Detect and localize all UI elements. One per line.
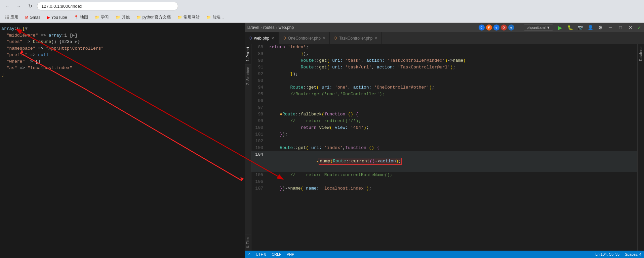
table-row: 90 Route::get( uri: 'task', action: 'Tas… — [251, 57, 637, 64]
maps-label: 地图 — [80, 14, 88, 20]
settings-button[interactable]: ⚙ — [596, 23, 604, 32]
breadcrumb-project: laravel — [247, 25, 259, 30]
frontend-label: 前端... — [212, 14, 224, 20]
common-label: 常用网站 — [184, 14, 200, 20]
table-row: 104 ●dump(Route::current()->action); — [251, 151, 637, 172]
line-code[interactable]: //Route::get('one','OneController'); — [267, 91, 637, 98]
address-bar[interactable] — [37, 2, 178, 10]
tab-close-web[interactable]: × — [271, 36, 274, 41]
output-line-4: "namespace" => "App\Http\Controllers" — [1, 45, 243, 52]
firefox-icon[interactable]: F — [486, 24, 492, 31]
tab-close-task[interactable]: × — [375, 36, 377, 41]
ie-icon[interactable]: e — [508, 24, 514, 31]
bookmark-youtube[interactable]: ▶ YouTube — [44, 14, 70, 20]
line-code[interactable]: })->name( name: 'localhost.index'); — [267, 185, 637, 192]
output-line-8: ] — [1, 71, 243, 78]
bookmark-common[interactable]: 📁 常用网站 — [175, 14, 202, 21]
profile-button[interactable]: 👤 — [586, 23, 594, 32]
line-code[interactable]: Route::get( uri: 'task/url', action: 'Ta… — [267, 64, 637, 71]
browser-chrome: ← → ↻ 应用 M Gmail ▶ — [0, 0, 644, 23]
chrome-icon[interactable]: C — [479, 24, 485, 31]
table-row: 89 }); — [251, 51, 637, 57]
opera-icon[interactable]: O — [501, 24, 507, 31]
code-area[interactable]: 88 return 'index'; 89 }); 90 — [251, 44, 637, 251]
output-line-5: "prefix" => null — [1, 52, 243, 58]
tab-icon-web: ⬡ — [249, 36, 252, 40]
line-code[interactable] — [267, 138, 637, 145]
address-input[interactable] — [41, 4, 174, 9]
line-code-highlighted[interactable]: ●dump(Route::current()->action); — [267, 151, 637, 172]
output-line-6: "where" => [] — [1, 58, 243, 65]
table-row: 94 Route::get( uri: 'one', action: 'OneC… — [251, 84, 637, 91]
line-code[interactable]: Route::get( uri: 'index',function () { — [267, 145, 637, 151]
panel-label-structure[interactable]: Z- Structure — [245, 64, 251, 88]
forward-button[interactable]: → — [14, 1, 24, 11]
maximize-button[interactable]: □ — [616, 23, 625, 32]
status-position: Ln 104, Col 35 — [596, 252, 620, 256]
status-checkmark: ✓ — [247, 252, 250, 257]
bookmark-study[interactable]: 📁 学习 — [92, 14, 112, 21]
line-code[interactable]: }); — [267, 71, 637, 78]
line-code[interactable]: return 'index'; — [267, 44, 637, 51]
line-code[interactable] — [267, 104, 637, 111]
breakpoint-icon: ● — [316, 160, 318, 163]
close-button[interactable]: ✕ — [627, 23, 635, 32]
coverage-button[interactable]: 📷 — [576, 23, 584, 32]
breadcrumb-routes: routes — [263, 25, 274, 30]
config-dropdown[interactable]: phpunit.xml ▼ — [524, 24, 553, 31]
tab-task-controller[interactable]: ⬡ TaskController.php × — [330, 32, 382, 44]
table-row: 95 //Route::get('one','OneController'); — [251, 91, 637, 98]
table-row: 88 return 'index'; — [251, 44, 637, 51]
table-row: 99 // return redirect('/'); — [251, 118, 637, 124]
bookmark-frontend[interactable]: 📁 前端... — [204, 14, 227, 21]
debug-button[interactable]: 🐛 — [566, 23, 574, 32]
line-code[interactable]: Route::get( uri: 'one', action: 'OneCont… — [267, 84, 637, 91]
status-eol[interactable]: CRLF — [272, 252, 281, 256]
table-row: 101 }); — [251, 131, 637, 138]
run-button[interactable]: ▶ — [556, 23, 564, 32]
bookmark-other[interactable]: 📁 其他 — [113, 14, 132, 21]
line-code[interactable]: return view( view: '404'); — [267, 124, 637, 131]
bookmark-gmail[interactable]: M Gmail — [23, 14, 43, 20]
database-panel-label[interactable]: Database — [638, 44, 644, 64]
line-code[interactable]: }); — [267, 131, 637, 138]
line-code[interactable]: ◆Route::fallback(function () { — [267, 111, 637, 118]
bookmarks-bar: 应用 M Gmail ▶ YouTube 📍 地图 📁 学习 📁 其他 📁 py… — [0, 12, 644, 23]
status-encoding[interactable]: UTF-8 — [256, 252, 266, 256]
apps-label: 应用 — [10, 14, 18, 20]
line-code[interactable] — [267, 78, 637, 84]
ide-panel-labels: 1- Project Z- Structure 6- Fites — [245, 44, 251, 251]
line-number: 107 — [251, 185, 267, 192]
line-code[interactable] — [267, 178, 637, 185]
minimize-button[interactable]: ─ — [606, 23, 614, 32]
tab-close-one[interactable]: × — [323, 36, 325, 41]
line-code[interactable]: // return Route::currentRouteName(); — [267, 172, 637, 178]
gmail-label: Gmail — [30, 15, 40, 20]
panel-label-files[interactable]: 6- Fites — [245, 234, 251, 251]
line-code[interactable]: // return redirect('/'); — [267, 118, 637, 124]
back-button[interactable]: ← — [3, 1, 12, 11]
line-number: 102 — [251, 138, 267, 145]
line-number: 92 — [251, 71, 267, 78]
line-code[interactable]: Route::get( uri: 'task', action: 'TaskCo… — [267, 57, 637, 64]
table-row: 98 ◆Route::fallback(function () { — [251, 111, 637, 118]
edge-icon[interactable]: e — [493, 24, 499, 31]
breadcrumb-file: web.php — [279, 25, 294, 30]
tab-web-php[interactable]: ⬡ web.php × — [245, 32, 279, 44]
panel-label-project[interactable]: 1- Project — [245, 44, 251, 64]
python-label: python官方文档 — [143, 14, 171, 20]
tab-one-controller[interactable]: ⬡ OneController.php × — [279, 32, 330, 44]
folder-icon-1: 📁 — [95, 15, 99, 19]
refresh-button[interactable]: ↻ — [26, 1, 35, 11]
bookmark-python[interactable]: 📁 python官方文档 — [134, 14, 173, 21]
output-line-2: "middleware" => array:1 [▶] — [1, 32, 243, 39]
tab-icon-task: ⬡ — [334, 36, 337, 40]
status-language[interactable]: PHP — [287, 252, 294, 256]
status-bar: ✓ UTF-8 CRLF PHP Ln 104, Col 35 Spaces: … — [245, 251, 644, 258]
ide-breadcrumb: laravel › routes › web.php — [247, 25, 294, 30]
line-code[interactable] — [267, 98, 637, 104]
breadcrumb-sep-2: › — [276, 25, 277, 30]
line-code[interactable]: }); — [267, 51, 637, 57]
bookmark-apps[interactable]: 应用 — [3, 14, 21, 21]
bookmark-maps[interactable]: 📍 地图 — [71, 14, 91, 21]
